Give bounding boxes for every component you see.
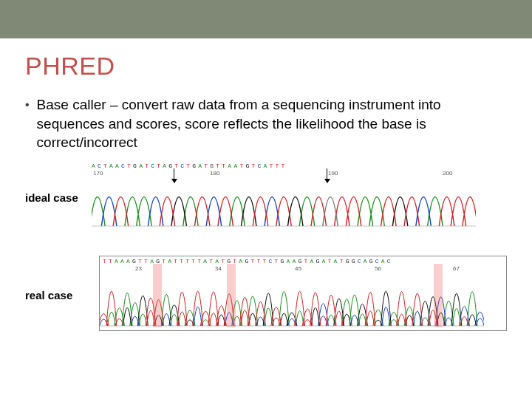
- bullet-item: • Base caller – convert raw data from a …: [25, 95, 507, 152]
- pos-marker: 200: [443, 170, 452, 177]
- pos-marker: 170: [93, 170, 103, 177]
- pos-marker: 190: [328, 170, 338, 177]
- ideal-chromatogram: ACTAACTGATCTAGTCTGATBTTAATGTCATTT 170 18…: [92, 163, 507, 229]
- bullet-dot: •: [25, 95, 30, 152]
- pos-marker: 67: [453, 265, 460, 272]
- real-case-row: real case TTAAAGTTAGTATTTTTATATGTAGTTTCT…: [25, 256, 507, 331]
- highlight-region: [434, 264, 443, 327]
- slide-content: PHRED • Base caller – convert raw data f…: [0, 38, 532, 331]
- ideal-sequence-line: ACTAACTGATCTAGTCTGATBTTAATGTCATTT: [92, 163, 507, 169]
- ideal-case-label: ideal case: [25, 191, 92, 204]
- pos-marker: 34: [215, 265, 222, 272]
- real-chromatogram: TTAAAGTTAGTATTTTTATATGTAGTTTCTGAAGTAGATA…: [99, 256, 507, 331]
- slide-title: PHRED: [25, 52, 507, 81]
- pos-marker: 180: [210, 170, 219, 177]
- pos-marker: 23: [135, 265, 142, 272]
- bullet-text: Base caller – convert raw data from a se…: [37, 95, 507, 152]
- real-case-label: real case: [25, 289, 92, 301]
- real-sequence-line: TTAAAGTTAGTATTTTTATATGTAGTTTCTGAAGTAGATA…: [103, 258, 506, 265]
- ideal-case-row: ideal case ACTAACTGATCTAGTCTGATBTTAATGTC…: [25, 163, 507, 229]
- highlight-region: [153, 264, 162, 327]
- ideal-trace-svg: [92, 163, 476, 229]
- highlight-region: [227, 264, 236, 327]
- pos-marker: 56: [375, 265, 381, 272]
- title-bar: [0, 0, 532, 38]
- pos-marker: 45: [295, 265, 301, 272]
